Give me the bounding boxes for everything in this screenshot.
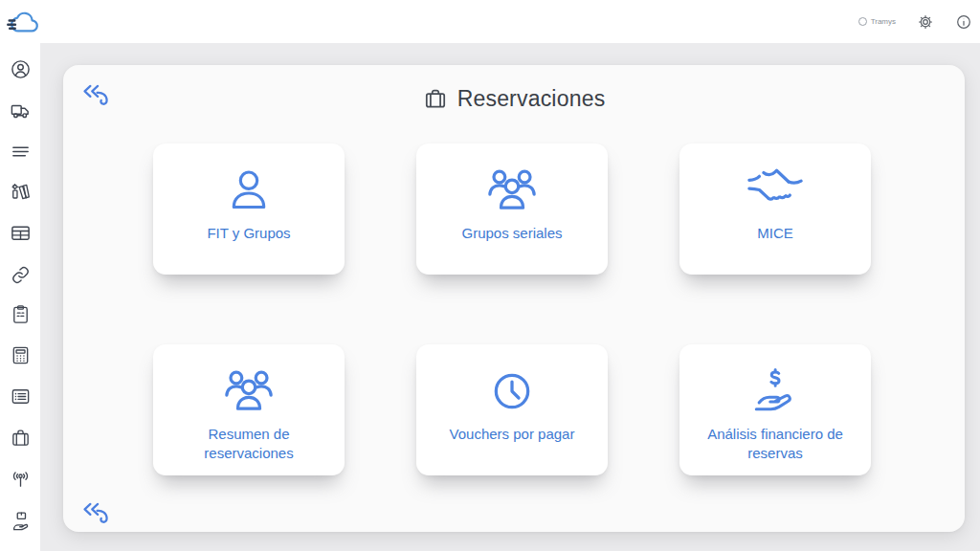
card-label: Vouchers por pagar bbox=[438, 425, 587, 444]
sidebar-item-link-icon[interactable] bbox=[9, 263, 32, 286]
top-header: Tramys bbox=[0, 0, 980, 43]
user-icon bbox=[221, 160, 277, 221]
card-label: Grupos seriales bbox=[450, 224, 573, 243]
card-fit-y-grupos[interactable]: FIT y Grupos bbox=[153, 143, 345, 275]
clock-icon bbox=[484, 361, 540, 422]
left-sidebar bbox=[0, 43, 40, 551]
card-resumen-de-reservaciones[interactable]: Resumen de reservaciones bbox=[153, 344, 345, 475]
sidebar-item-user-circle-icon[interactable] bbox=[9, 57, 32, 80]
sidebar-item-table-icon[interactable] bbox=[9, 221, 32, 244]
card-vouchers-por-pagar[interactable]: Vouchers por pagar bbox=[416, 344, 608, 475]
reservations-panel: Reservaciones FIT y Grupos Grupos serial… bbox=[63, 65, 965, 532]
sidebar-item-menu-icon[interactable] bbox=[9, 140, 32, 163]
hand-dollar-icon bbox=[746, 361, 804, 422]
sidebar-item-briefcase-icon[interactable] bbox=[9, 426, 32, 449]
card-analisis-financiero[interactable]: Análisis financiero de reservas bbox=[679, 344, 871, 475]
briefcase-icon bbox=[423, 86, 448, 111]
account-avatar-icon bbox=[858, 17, 867, 26]
card-label: Análisis financiero de reservas bbox=[679, 425, 871, 464]
card-mice[interactable]: MICE bbox=[679, 143, 871, 275]
page-title: Reservaciones bbox=[63, 81, 965, 116]
settings-gear-icon[interactable] bbox=[917, 13, 934, 31]
account-label[interactable]: Tramys bbox=[858, 17, 896, 26]
sidebar-item-truck-icon[interactable] bbox=[9, 99, 32, 121]
page-title-text: Reservaciones bbox=[457, 86, 606, 112]
account-name: Tramys bbox=[871, 17, 896, 26]
users-icon bbox=[483, 160, 541, 221]
card-label: FIT y Grupos bbox=[195, 224, 301, 243]
back-button-bottom[interactable] bbox=[80, 497, 111, 528]
sidebar-item-clipboard-icon[interactable] bbox=[9, 302, 32, 325]
users-icon bbox=[220, 361, 278, 422]
sidebar-item-hand-box-icon[interactable] bbox=[9, 509, 32, 532]
sidebar-item-list-icon[interactable] bbox=[9, 385, 32, 408]
cloud-logo-icon[interactable] bbox=[6, 7, 44, 37]
reply-all-arrow-icon bbox=[80, 497, 111, 528]
handshake-icon bbox=[746, 160, 805, 221]
info-icon[interactable] bbox=[955, 13, 972, 31]
sidebar-item-calculator-icon[interactable] bbox=[9, 343, 32, 366]
card-grupos-seriales[interactable]: Grupos seriales bbox=[416, 143, 608, 275]
sidebar-item-antenna-icon[interactable] bbox=[9, 467, 32, 490]
sidebar-item-books-icon[interactable] bbox=[9, 180, 32, 203]
card-label: MICE bbox=[746, 224, 805, 243]
card-label: Resumen de reservaciones bbox=[153, 425, 345, 464]
